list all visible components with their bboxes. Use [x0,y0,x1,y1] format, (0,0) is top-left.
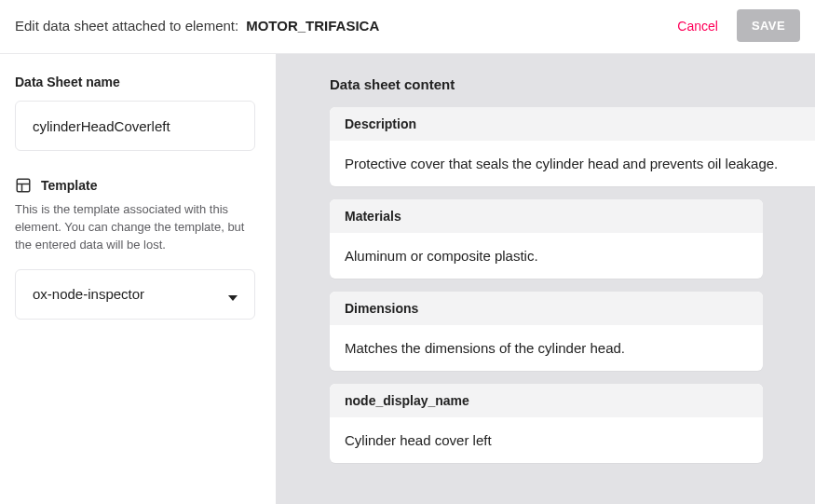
template-select-value: ox-node-inspector [33,286,144,302]
content-pane: Data sheet content DescriptionProtective… [276,54,815,504]
fields-list: DescriptionProtective cover that seals t… [330,107,815,463]
dialog-header: Edit data sheet attached to element: MOT… [0,0,815,54]
field-value: Aluminum or composite plastic. [330,233,763,279]
template-section: Template This is the template associated… [15,177,261,320]
field-header: Dimensions [330,292,763,325]
field-card[interactable]: DescriptionProtective cover that seals t… [330,107,815,186]
field-header: node_display_name [330,384,763,417]
content-title: Data sheet content [330,76,815,92]
field-card[interactable]: MaterialsAluminum or composite plastic. [330,199,763,279]
dialog-body: Data Sheet name Template This is the tem… [0,54,815,504]
template-select[interactable]: ox-node-inspector [15,269,255,320]
name-label: Data Sheet name [15,75,261,89]
header-title: Edit data sheet attached to element: [15,18,238,34]
template-heading: Template [15,177,261,194]
edit-data-sheet-dialog: Edit data sheet attached to element: MOT… [0,0,815,504]
field-card[interactable]: node_display_nameCylinder head cover lef… [330,384,763,463]
field-header: Materials [330,199,763,233]
sidebar: Data Sheet name Template This is the tem… [0,54,276,504]
template-description: This is the template associated with thi… [15,201,246,254]
template-label: Template [41,178,97,193]
svg-rect-0 [17,179,30,192]
field-value: Matches the dimensions of the cylinder h… [330,325,763,371]
field-card[interactable]: DimensionsMatches the dimensions of the … [330,292,763,371]
field-header: Description [330,107,815,141]
template-icon [15,177,32,194]
cancel-button[interactable]: Cancel [664,11,731,41]
chevron-down-icon [228,290,238,299]
field-value: Cylinder head cover left [330,417,763,463]
save-button[interactable]: SAVE [737,9,800,42]
field-value: Protective cover that seals the cylinder… [330,141,815,186]
header-element-name: MOTOR_TRIFASICA [246,18,379,34]
data-sheet-name-input[interactable] [15,101,255,151]
